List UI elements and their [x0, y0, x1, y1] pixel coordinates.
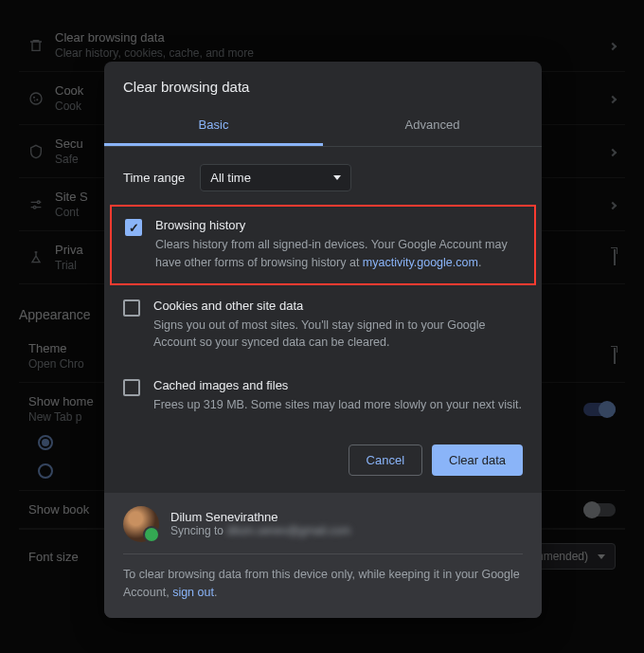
checkbox-browsing-history[interactable] [125, 219, 142, 236]
option-cache: Cached images and files Frees up 319 MB.… [104, 365, 542, 427]
profile-footer: To clear browsing data from this device … [123, 554, 523, 602]
dialog-tabs: Basic Advanced [104, 106, 542, 147]
option-desc: Clears history from all signed-in device… [155, 236, 521, 272]
cancel-button[interactable]: Cancel [349, 444, 422, 476]
option-title: Browsing history [155, 218, 521, 232]
sign-out-link[interactable]: sign out [172, 586, 214, 599]
option-browsing-history: Browsing history Clears history from all… [110, 205, 536, 285]
clear-data-button[interactable]: Clear data [432, 444, 523, 476]
time-range-select[interactable]: All time [200, 164, 351, 191]
dialog-title: Clear browsing data [104, 62, 542, 106]
tab-advanced[interactable]: Advanced [323, 106, 542, 146]
profile-sync-status: Syncing to dilum.senev@gmail.com [170, 524, 350, 537]
time-range-row: Time range All time [104, 147, 542, 205]
clear-browsing-data-dialog: Clear browsing data Basic Advanced Time … [104, 62, 542, 618]
myactivity-link[interactable]: myactivity.google.com [363, 256, 478, 269]
option-cookies: Cookies and other site data Signs you ou… [104, 285, 542, 366]
avatar [123, 506, 159, 542]
time-range-value: All time [210, 171, 251, 185]
option-title: Cached images and files [153, 378, 523, 392]
time-range-label: Time range [123, 171, 185, 185]
dialog-actions: Cancel Clear data [104, 427, 542, 493]
profile-section: Dilum Senevirathne Syncing to dilum.sene… [104, 493, 542, 619]
chevron-down-icon [333, 175, 341, 180]
checkbox-cookies[interactable] [123, 299, 140, 317]
option-desc: Signs you out of most sites. You'll stay… [153, 317, 523, 353]
option-desc: Frees up 319 MB. Some sites may load mor… [153, 396, 523, 414]
checkbox-cache[interactable] [123, 379, 140, 396]
tab-basic[interactable]: Basic [104, 106, 323, 146]
option-title: Cookies and other site data [153, 299, 523, 313]
profile-name: Dilum Senevirathne [170, 510, 350, 524]
